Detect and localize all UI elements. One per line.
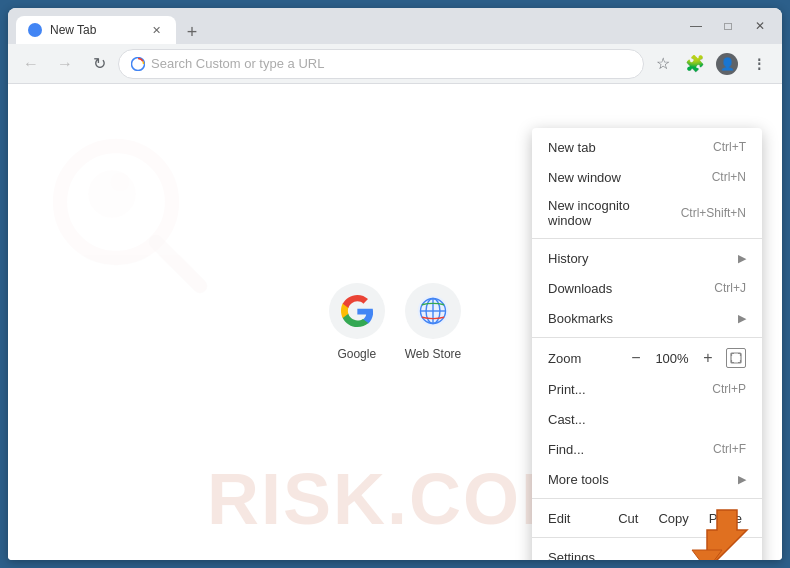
menu-item-history-label: History xyxy=(548,251,734,266)
menu-item-print[interactable]: Print... Ctrl+P xyxy=(532,374,762,404)
menu-item-downloads-shortcut: Ctrl+J xyxy=(714,281,746,295)
tab-favicon xyxy=(28,23,42,37)
menu-item-new-tab-shortcut: Ctrl+T xyxy=(713,140,746,154)
menu-item-new-window-label: New window xyxy=(548,170,704,185)
arrow-svg xyxy=(687,500,767,560)
tab-title: New Tab xyxy=(50,23,96,37)
menu-item-print-shortcut: Ctrl+P xyxy=(712,382,746,396)
tab-strip: New Tab ✕ + xyxy=(16,8,674,44)
address-text: Search Custom or type a URL xyxy=(151,56,324,71)
google-icon xyxy=(131,57,145,71)
toolbar-actions: ☆ 🧩 👤 ⋮ xyxy=(648,49,774,79)
shortcut-webstore[interactable]: Web Store xyxy=(405,283,461,361)
back-button[interactable]: ← xyxy=(16,49,46,79)
menu-item-new-tab-label: New tab xyxy=(548,140,705,155)
maximize-button[interactable]: □ xyxy=(714,12,742,40)
google-shortcut-label: Google xyxy=(337,347,376,361)
browser-window: New Tab ✕ + — □ ✕ ← → ↻ xyxy=(8,8,782,560)
svg-line-4 xyxy=(156,242,200,286)
zoom-minus-button[interactable]: − xyxy=(624,346,648,370)
menu-item-new-tab[interactable]: New tab Ctrl+T xyxy=(532,132,762,162)
address-bar[interactable]: Search Custom or type a URL xyxy=(118,49,644,79)
menu-item-more-tools-label: More tools xyxy=(548,472,734,487)
bookmarks-arrow: ▶ xyxy=(738,312,746,325)
bookmark-button[interactable]: ☆ xyxy=(648,49,678,79)
zoom-control: Zoom − 100% + xyxy=(532,342,762,374)
new-tab-button[interactable]: + xyxy=(180,20,204,44)
refresh-button[interactable]: ↻ xyxy=(84,49,114,79)
divider-2 xyxy=(532,337,762,338)
menu-item-history[interactable]: History ▶ xyxy=(532,243,762,273)
minimize-button[interactable]: — xyxy=(682,12,710,40)
window-controls: — □ ✕ xyxy=(682,12,774,40)
shortcuts-container: Google Web Store xyxy=(329,283,461,361)
svg-rect-9 xyxy=(731,353,741,363)
menu-item-find-label: Find... xyxy=(548,442,705,457)
menu-item-print-label: Print... xyxy=(548,382,704,397)
menu-item-new-incognito-label: New incognito window xyxy=(548,198,673,228)
svg-point-0 xyxy=(132,57,145,70)
menu-item-bookmarks[interactable]: Bookmarks ▶ xyxy=(532,303,762,333)
active-tab[interactable]: New Tab ✕ xyxy=(16,16,176,44)
toolbar: ← → ↻ Search Custom or type a URL ☆ 🧩 👤 … xyxy=(8,44,782,84)
close-button[interactable]: ✕ xyxy=(746,12,774,40)
title-bar: New Tab ✕ + — □ ✕ xyxy=(8,8,782,44)
zoom-actions: − 100% + xyxy=(624,346,746,370)
menu-item-more-tools[interactable]: More tools ▶ xyxy=(532,464,762,494)
menu-item-new-window-shortcut: Ctrl+N xyxy=(712,170,746,184)
shortcut-google[interactable]: Google xyxy=(329,283,385,361)
zoom-plus-button[interactable]: + xyxy=(696,346,720,370)
forward-button[interactable]: → xyxy=(50,49,80,79)
menu-item-downloads[interactable]: Downloads Ctrl+J xyxy=(532,273,762,303)
menu-item-new-incognito-shortcut: Ctrl+Shift+N xyxy=(681,206,746,220)
svg-point-3 xyxy=(110,172,129,191)
context-menu: New tab Ctrl+T New window Ctrl+N New inc… xyxy=(532,128,762,560)
menu-item-bookmarks-label: Bookmarks xyxy=(548,311,734,326)
menu-item-cast[interactable]: Cast... xyxy=(532,404,762,434)
divider-1 xyxy=(532,238,762,239)
edit-label: Edit xyxy=(548,511,614,526)
zoom-expand-button[interactable] xyxy=(726,348,746,368)
menu-button[interactable]: ⋮ xyxy=(744,49,774,79)
extensions-button[interactable]: 🧩 xyxy=(680,49,710,79)
menu-item-downloads-label: Downloads xyxy=(548,281,706,296)
zoom-label: Zoom xyxy=(548,351,624,366)
webstore-shortcut-label: Web Store xyxy=(405,347,461,361)
menu-item-new-incognito[interactable]: New incognito window Ctrl+Shift+N xyxy=(532,192,762,234)
divider-3 xyxy=(532,498,762,499)
profile-button[interactable]: 👤 xyxy=(712,49,742,79)
google-shortcut-icon xyxy=(329,283,385,339)
webstore-shortcut-icon xyxy=(405,283,461,339)
menu-item-find[interactable]: Find... Ctrl+F xyxy=(532,434,762,464)
menu-item-cast-label: Cast... xyxy=(548,412,746,427)
watermark-magnifier xyxy=(48,134,208,294)
menu-item-new-window[interactable]: New window Ctrl+N xyxy=(532,162,762,192)
menu-item-find-shortcut: Ctrl+F xyxy=(713,442,746,456)
cut-button[interactable]: Cut xyxy=(614,509,642,528)
new-tab-page: FZ RISK.COM Google xyxy=(8,84,782,560)
tab-close-button[interactable]: ✕ xyxy=(148,22,164,38)
zoom-value: 100% xyxy=(654,351,690,366)
more-tools-arrow: ▶ xyxy=(738,473,746,486)
history-arrow: ▶ xyxy=(738,252,746,265)
